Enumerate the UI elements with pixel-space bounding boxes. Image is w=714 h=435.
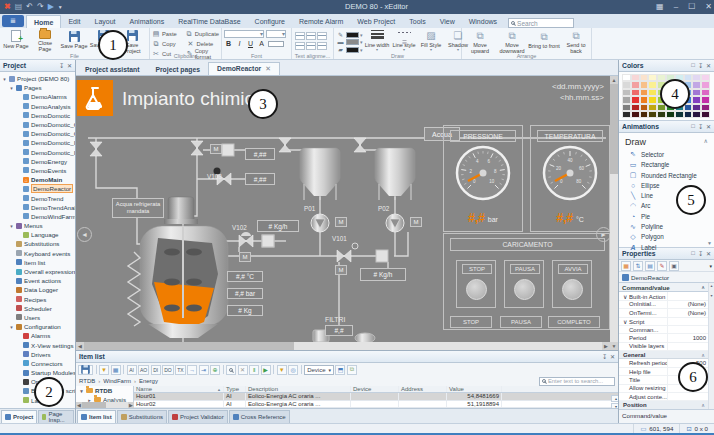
pressure-gauge-panel[interactable]: PRESSIONE 0246810 #,#bar <box>443 125 523 232</box>
copy-icon[interactable]: ⧉ <box>347 365 357 375</box>
color-swatch[interactable] <box>648 96 657 103</box>
maximize-button[interactable]: ☐ <box>688 0 695 14</box>
color-swatch[interactable] <box>640 89 649 96</box>
load-state-pausa[interactable]: PAUSA <box>500 316 542 328</box>
color-swatch[interactable] <box>701 111 710 118</box>
draw-tool-label[interactable]: ALabel <box>619 242 714 252</box>
color-swatch[interactable] <box>631 104 640 111</box>
close-tab-icon[interactable]: ✕ <box>265 65 271 72</box>
expander-icon[interactable]: ▾ <box>2 76 7 82</box>
page-tab-project-assistant[interactable]: Project assistant <box>77 64 147 75</box>
tree-item-demotrend[interactable]: DemoTrend <box>0 193 75 202</box>
file-menu-button[interactable]: ≣ <box>2 15 24 27</box>
save-icon[interactable]: ▤ <box>15 0 23 14</box>
tree-item-demodomotic-clim-[interactable]: DemoDomotic_Clim.. <box>0 129 75 138</box>
ribbon-tab-edit[interactable]: Edit <box>61 15 87 28</box>
column-header-value[interactable]: Value <box>447 386 502 392</box>
table-row[interactable]: Hour02AIEolico-Energia AC oraria ...51,1… <box>134 401 618 408</box>
color-swatch[interactable] <box>657 111 666 118</box>
color-swatch[interactable] <box>631 81 640 88</box>
tree-item-menus[interactable]: ▾Menus <box>0 221 75 230</box>
tree-item-users[interactable]: Users <box>0 313 75 322</box>
page-title[interactable]: Impianto chimico <box>122 88 265 110</box>
tree-item-demodomotic[interactable]: DemoDomotic <box>0 111 75 120</box>
find-icon[interactable]: ◎ <box>288 365 298 375</box>
copy-button[interactable]: ⧉Copy <box>152 39 185 48</box>
flow-display[interactable]: #,## <box>245 173 275 185</box>
color-swatch[interactable] <box>701 81 710 88</box>
property-row-general[interactable]: General∧ <box>619 351 708 359</box>
new-page-button[interactable]: New Page <box>2 29 30 52</box>
ribbon-search-box[interactable]: Search <box>508 18 574 28</box>
color-swatch[interactable] <box>666 111 675 118</box>
tree-item-demoreactor[interactable]: DemoReactor <box>0 184 75 193</box>
fill-color-select[interactable]: ▰▾ <box>336 46 363 53</box>
load-button-stop[interactable] <box>466 279 487 300</box>
tree-item-demoalarms[interactable]: DemoAlarms <box>0 92 75 101</box>
tree-item-demowindfarm[interactable]: DemoWindFarm <box>0 212 75 221</box>
property-row-oninitial-[interactable]: OnInitial...(None) <box>619 301 708 309</box>
filtri-display[interactable]: #,# <box>325 325 353 336</box>
tree-item-connectors[interactable]: Connectors <box>0 359 75 368</box>
tree-item-demotrendanalysis[interactable]: DemoTrendAnalysis <box>0 203 75 212</box>
paste-button[interactable]: ▤Paste <box>152 29 183 38</box>
tree-item-demomain[interactable]: ⌂DemoMain <box>0 175 75 184</box>
save-page-button[interactable]: Save Page <box>60 29 88 52</box>
pin-icon[interactable]: ↧ <box>602 353 607 360</box>
tree-item-startup-modules[interactable]: Startup Modules <box>0 368 75 377</box>
color-swatch[interactable] <box>648 89 657 96</box>
line-style-button[interactable]: Line style▾ <box>391 29 418 52</box>
grid-icon[interactable]: ▦ <box>111 365 121 375</box>
search-icon[interactable] <box>226 365 236 375</box>
color-swatch[interactable] <box>640 81 649 88</box>
properties-scrollbar[interactable]: ▴▾ <box>708 283 714 409</box>
breadcrumb-rtdb[interactable]: RTDB <box>79 378 95 384</box>
ribbon-tab-remote-alarm[interactable]: Remote Alarm <box>292 15 350 28</box>
duplicate-button[interactable]: ⧉Duplicate <box>185 29 219 38</box>
temp-display[interactable]: #,# °C <box>227 271 263 282</box>
import-icon[interactable]: ⊕ <box>210 365 220 375</box>
line-width-button[interactable]: Line width▾ <box>364 29 391 52</box>
properties-grid-header[interactable]: Command/value∧ <box>619 283 708 292</box>
tab-project-validator[interactable]: Project Validator <box>168 410 228 423</box>
chevron-down-icon[interactable]: ▾ <box>709 263 712 269</box>
align-top-0-button[interactable] <box>295 32 305 40</box>
align-bottom-2-button[interactable] <box>317 42 327 50</box>
color-swatch[interactable] <box>657 74 666 81</box>
pressure-display[interactable]: #,# bar <box>227 288 263 299</box>
caricamento-panel[interactable]: CARICAMENTO STOPPAUSAAVVIA STOPPAUSACOMP… <box>443 233 610 330</box>
redo-icon[interactable]: ↷ <box>37 0 44 14</box>
color-swatch[interactable] <box>648 81 657 88</box>
save-icon[interactable] <box>78 365 93 375</box>
motor-box[interactable]: M <box>239 252 251 262</box>
tree-item-demoenergy[interactable]: DemoEnergy <box>0 157 75 166</box>
column-header-device[interactable]: Device <box>351 386 399 392</box>
filter-tx-button[interactable]: TX <box>175 365 185 375</box>
color-swatch[interactable] <box>631 74 640 81</box>
property-row-adjust-conte-[interactable]: Adjust conte... <box>619 393 708 401</box>
play-icon[interactable]: ▶ <box>261 365 271 375</box>
properties-toolbar-icon-1[interactable]: ⇅ <box>633 261 643 271</box>
tree-item-item-list[interactable]: Item list <box>0 258 75 267</box>
motor-box[interactable]: M <box>335 265 347 275</box>
coolant-label[interactable]: Acqua refrigerata mandata <box>112 198 164 218</box>
design-canvas[interactable]: Impianto chimico <dd.mm.yyyy> <hh.mm.ss>… <box>76 76 610 342</box>
breadcrumb-energy[interactable]: Energy <box>139 378 158 384</box>
color-swatch[interactable] <box>648 74 657 81</box>
align-bottom-0-button[interactable] <box>295 42 305 50</box>
fill-style-button[interactable]: ▨Fill Style▾ <box>418 29 445 52</box>
temperature-gauge-panel[interactable]: TEMPERATURA 020406080 #,#°C <box>530 125 610 232</box>
motor-box[interactable]: M <box>335 217 347 227</box>
load-button-avvia[interactable] <box>562 279 583 300</box>
float-icon[interactable]: □ <box>691 123 695 130</box>
font-size-select[interactable]: ▾ <box>266 30 286 38</box>
date-placeholder[interactable]: <dd.mm.yyyy> <box>496 82 604 91</box>
color-swatch[interactable] <box>692 96 701 103</box>
table-filter-input[interactable]: Enter text to search... <box>539 377 615 386</box>
color-swatch[interactable] <box>648 111 657 118</box>
ribbon-tab-view[interactable]: View <box>433 15 462 28</box>
property-row-built-in-action[interactable]: ∨ Built-in Action <box>619 292 708 300</box>
motor-box[interactable]: M <box>410 217 422 227</box>
property-row-ontermi-[interactable]: OnTermi...(None) <box>619 309 708 317</box>
page-tab-demoreactor[interactable]: DemoReactor✕ <box>208 62 280 75</box>
